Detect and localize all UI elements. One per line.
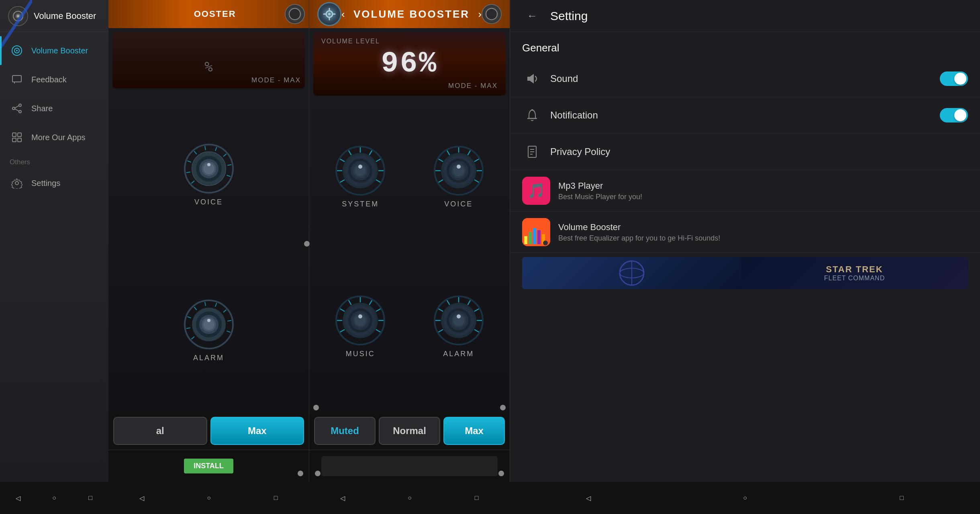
sidebar-item-share[interactable]: Share (0, 94, 108, 123)
notification-icon (522, 105, 542, 125)
knob-cell-alarm: ALARM (412, 253, 506, 399)
sidebar-nav: Volume Booster Feedback (0, 32, 108, 482)
panel-left: OOSTER › % MODE - MAX (108, 0, 309, 482)
left-volume-display: % MODE - MAX (112, 32, 305, 88)
volume-mode-text: MODE - MAX (321, 82, 498, 90)
center-header-arrow-right[interactable]: › (478, 8, 482, 20)
knob-alarm-label: ALARM (443, 350, 474, 358)
sidebar-header: Volume Booster (0, 0, 108, 32)
nav-home-3[interactable]: ○ (398, 486, 422, 510)
volume-label: VOLUME LEVEL (321, 38, 498, 45)
knob-music[interactable] (334, 294, 386, 347)
center-ad-dot-right (498, 471, 504, 476)
btn-max[interactable]: Max (443, 417, 505, 445)
nav-back-3[interactable]: ◁ (331, 486, 355, 510)
nav-home-1[interactable]: ○ (42, 486, 66, 510)
sidebar-item-more-apps[interactable]: More Our Apps (0, 123, 108, 152)
nav-recent-1[interactable]: □ (78, 486, 102, 510)
sidebar-item-feedback[interactable]: Feedback (0, 65, 108, 94)
nav-back-1[interactable]: ◁ (6, 486, 30, 510)
btn-muted[interactable]: Muted (314, 417, 376, 445)
knob-cell-voice: VOICE (412, 104, 506, 249)
nav-recent-3[interactable]: □ (465, 486, 489, 510)
knob-cell-system: SYSTEM (313, 104, 408, 249)
knob-voice-left[interactable] (183, 143, 235, 195)
app-rec-volumebooster[interactable]: Volume Booster Best free Equalizer app f… (510, 212, 980, 253)
knob-voice[interactable] (433, 145, 485, 197)
settings-row-notification: Notification (510, 97, 980, 134)
left-btn-max[interactable]: Max (210, 417, 304, 445)
left-btn-normal[interactable]: al (113, 417, 207, 445)
center-header-title: VOLUME BOOSTER (345, 8, 478, 20)
sidebar-item-label-feedback: Feedback (31, 75, 67, 84)
knob-music-label: MUSIC (346, 350, 375, 358)
svg-line-27 (227, 165, 231, 165)
svg-line-97 (349, 300, 351, 305)
knob-alarm-left[interactable] (183, 298, 235, 351)
svg-line-79 (439, 159, 443, 162)
left-bottom-buttons: al Max (108, 412, 309, 450)
startrek-banner[interactable]: STAR TREK FLEET COMMAND (522, 257, 968, 289)
svg-line-114 (447, 300, 450, 305)
nav-home-2[interactable]: ○ (197, 486, 221, 510)
svg-line-37 (191, 337, 194, 339)
back-button[interactable]: ← (522, 6, 542, 26)
svg-line-117 (474, 309, 479, 312)
nav-back-2[interactable]: ◁ (130, 486, 154, 510)
scroll-dot-right (500, 405, 506, 410)
center-header-arrow-left[interactable]: ‹ (341, 8, 345, 20)
settings-row-privacy[interactable]: Privacy Policy (510, 134, 980, 170)
speaker-icon (10, 43, 24, 58)
svg-line-45 (227, 331, 230, 332)
app-logo (8, 6, 28, 26)
svg-line-82 (468, 151, 470, 155)
left-ad-dot (298, 471, 303, 476)
center-header-btn[interactable] (482, 4, 502, 24)
svg-point-53 (328, 13, 331, 15)
nav-recent-4[interactable]: □ (890, 486, 914, 510)
svg-point-3 (17, 15, 19, 17)
banner-title: STAR TREK (826, 264, 883, 275)
left-header-btn[interactable] (285, 4, 305, 24)
settings-gear-icon (10, 176, 24, 190)
bottom-nav-center-panel: ◁ ○ □ (309, 486, 510, 510)
svg-line-65 (370, 151, 372, 155)
svg-rect-134 (524, 236, 527, 244)
svg-point-6 (16, 50, 18, 51)
install-button[interactable]: INSTALL (184, 459, 233, 473)
nav-recent-2[interactable]: □ (264, 486, 288, 510)
svg-point-126 (457, 314, 461, 318)
sound-toggle[interactable] (940, 71, 968, 86)
svg-line-24 (205, 146, 206, 150)
svg-point-17 (15, 182, 18, 185)
sidebar: Volume Booster Volume Booster (0, 0, 108, 482)
knob-system[interactable] (334, 145, 386, 197)
settings-header: ← Setting (510, 0, 980, 32)
svg-point-10 (12, 107, 15, 110)
svg-line-21 (186, 172, 190, 173)
svg-line-38 (186, 328, 190, 328)
center-settings-circle[interactable] (317, 2, 341, 26)
notification-toggle[interactable] (940, 108, 968, 122)
nav-home-4[interactable]: ○ (733, 486, 757, 510)
app-rec-mp3player[interactable]: 🎵 Mp3 Player Best Music Player for you! (510, 170, 980, 212)
svg-line-44 (227, 320, 231, 321)
banner-left (522, 257, 741, 289)
svg-line-80 (447, 151, 450, 155)
settings-row-sound: Sound (510, 61, 980, 97)
knob-alarm[interactable] (433, 294, 485, 347)
sidebar-item-settings[interactable]: Settings (0, 169, 108, 198)
center-area: OOSTER › % MODE - MAX (108, 0, 980, 482)
app-rec-vb-icon (522, 218, 550, 246)
bottom-nav-settings: ◁ ○ □ (510, 486, 980, 510)
svg-line-102 (376, 330, 380, 332)
nav-back-4[interactable]: ◁ (576, 486, 600, 510)
svg-line-12 (15, 109, 19, 111)
app-rec-mp3-name: Mp3 Player (558, 181, 968, 191)
svg-rect-13 (12, 133, 16, 137)
btn-normal[interactable]: Normal (379, 417, 440, 445)
svg-point-35 (207, 163, 210, 166)
volume-number: 96% (321, 47, 498, 80)
sidebar-item-volume-booster[interactable]: Volume Booster (0, 36, 108, 65)
settings-general-title: General (510, 32, 980, 61)
